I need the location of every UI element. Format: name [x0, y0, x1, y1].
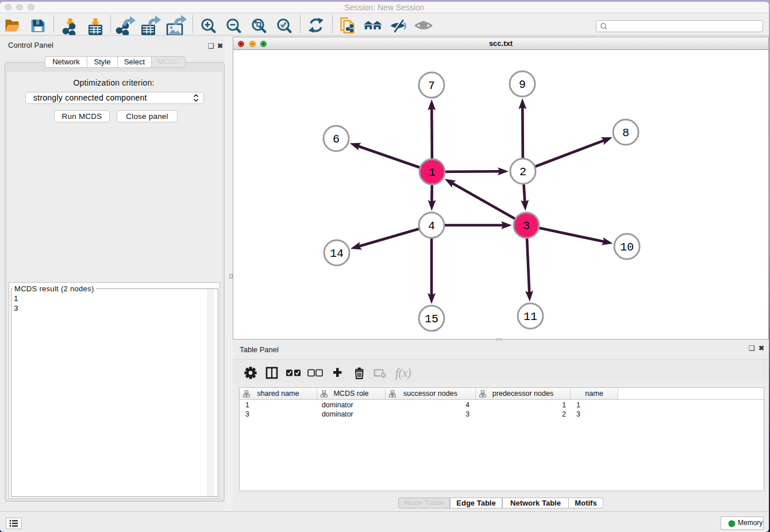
svg-text:14: 14 — [330, 247, 344, 260]
svg-text:10: 10 — [620, 241, 634, 254]
svg-text:7: 7 — [428, 79, 435, 92]
svg-text:3: 3 — [523, 219, 530, 233]
svg-text:15: 15 — [425, 313, 438, 326]
svg-text:11: 11 — [523, 310, 537, 323]
svg-text:9: 9 — [519, 78, 526, 91]
svg-text:4: 4 — [428, 219, 435, 233]
svg-text:1: 1 — [429, 166, 436, 179]
svg-text:f(x): f(x) — [395, 367, 411, 380]
svg-text:8: 8 — [622, 126, 629, 140]
svg-text:2: 2 — [519, 165, 526, 179]
svg-text:6: 6 — [333, 133, 340, 146]
